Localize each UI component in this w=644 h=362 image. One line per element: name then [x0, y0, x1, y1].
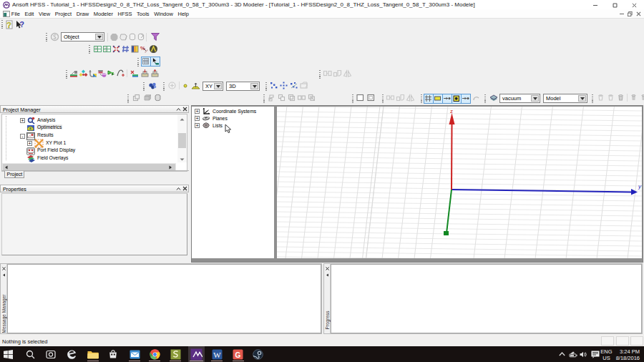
svg-text:z: z [450, 108, 453, 114]
svg-text:W: W [213, 351, 221, 359]
svg-text:y: y [638, 183, 642, 190]
svg-text:12: 12 [95, 49, 98, 52]
svg-text:56: 56 [104, 49, 107, 52]
svg-text:%: % [140, 45, 145, 52]
svg-text:G: G [235, 351, 241, 359]
svg-text:?: ? [6, 21, 11, 29]
svg-text:?: ? [19, 20, 24, 29]
